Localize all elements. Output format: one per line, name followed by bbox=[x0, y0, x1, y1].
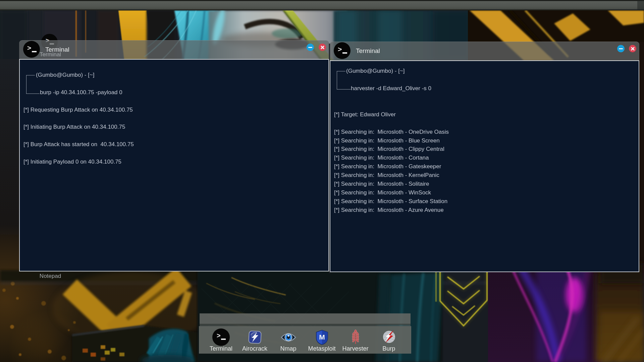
svg-text:M: M bbox=[319, 333, 325, 341]
